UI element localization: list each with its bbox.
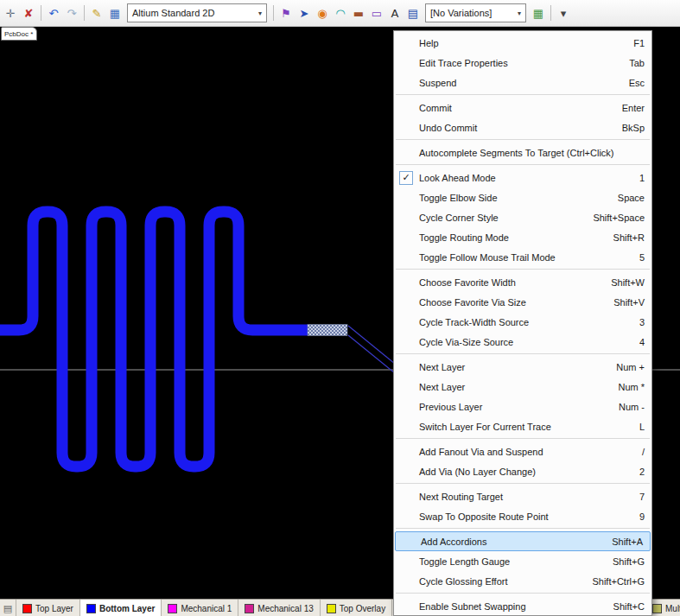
layer-color-swatch [245, 604, 254, 613]
menu-item-shortcut: / [632, 447, 645, 457]
toolbar-separator [550, 5, 551, 21]
layers-icon[interactable]: ▦ [106, 4, 124, 22]
layer-tab-top-layer[interactable]: Top Layer [16, 600, 80, 616]
layer-tab-label: Mechanical 1 [181, 604, 232, 613]
via-icon[interactable]: ◉ [314, 4, 331, 22]
redo-icon[interactable]: ↷ [63, 4, 80, 22]
menu-item-commit[interactable]: CommitEnter [394, 98, 651, 117]
menu-item-label: Cycle Track-Width Source [415, 317, 629, 327]
menu-separator [396, 483, 650, 484]
menu-item-suspend[interactable]: SuspendEsc [394, 73, 651, 92]
crosshair-icon[interactable]: ✛ [2, 4, 19, 22]
menu-item-add-accordions[interactable]: Add AccordionsShift+A [395, 531, 651, 551]
view-mode-combo[interactable]: Altium Standard 2D▾ [127, 3, 267, 22]
interactive-route-icon[interactable]: ➤ [296, 4, 313, 22]
menu-item-cycle-glossing-effort[interactable]: Cycle Glossing EffortShift+Ctrl+G [394, 571, 651, 591]
menu-item-toggle-follow-mouse-trail-mode[interactable]: Toggle Follow Mouse Trail Mode5 [394, 247, 651, 267]
menu-item-choose-favorite-via-size[interactable]: Choose Favorite Via SizeShift+V [394, 292, 651, 312]
chevron-down-icon[interactable]: ▾ [258, 10, 262, 17]
text-tool-icon[interactable]: A [386, 4, 404, 22]
clear-filter-icon[interactable]: ✘ [20, 4, 37, 22]
layer-color-swatch [86, 604, 96, 613]
toolbar: ✛✘↶↷✎▦Altium Standard 2D▾⚑➤◉◠▬▭A▤[No Var… [0, 0, 680, 27]
menu-item-shortcut: Shift+C [603, 601, 645, 612]
menu-separator [396, 438, 650, 439]
menu-item-label: Choose Favorite Width [415, 277, 601, 288]
release-flag-icon[interactable]: ⚑ [277, 4, 295, 22]
menu-separator [396, 139, 650, 140]
menu-item-toggle-routing-mode[interactable]: Toggle Routing ModeShift+R [394, 227, 651, 247]
layer-tab-top-overlay[interactable]: Top Overlay [321, 600, 392, 616]
layer-color-swatch [22, 604, 32, 613]
undo-icon[interactable]: ↶ [45, 4, 62, 22]
board-icon[interactable]: ▦ [530, 4, 547, 22]
menu-item-next-layer[interactable]: Next LayerNum * [394, 377, 651, 397]
lookahead-line [348, 335, 399, 377]
menu-item-toggle-length-gauge[interactable]: Toggle Length GaugeShift+G [394, 551, 651, 571]
menu-item-switch-layer-for-current-trace[interactable]: Switch Layer For Current TraceL [394, 416, 651, 436]
menu-item-shortcut: 2 [629, 467, 645, 477]
menu-item-undo-commit[interactable]: Undo CommitBkSp [394, 117, 651, 137]
chevron-down-icon[interactable]: ▾ [518, 10, 521, 17]
pencil-icon[interactable]: ✎ [88, 4, 105, 22]
layer-color-swatch [168, 604, 177, 613]
toolbar-separator [41, 5, 41, 21]
menu-item-shortcut: Num + [606, 362, 645, 372]
menu-item-label: Suspend [415, 78, 619, 88]
layer-tab-bottom-layer[interactable]: Bottom Layer [80, 600, 162, 616]
menu-item-cycle-via-size-source[interactable]: Cycle Via-Size Source4 [394, 332, 651, 352]
menu-item-label: Previous Layer [415, 402, 608, 412]
toolbar-overflow-icon[interactable]: ▾ [555, 4, 572, 22]
menu-item-label: Cycle Corner Style [415, 213, 582, 223]
menu-separator [396, 269, 650, 270]
variations-combo[interactable]: [No Variations]▾ [425, 3, 526, 22]
layer-color-swatch [652, 604, 662, 613]
menu-item-label: Toggle Routing Mode [415, 232, 603, 243]
menu-item-toggle-elbow-side[interactable]: Toggle Elbow SideSpace [394, 187, 651, 207]
menu-item-label: Add Fanout Via and Suspend [415, 447, 632, 457]
menu-item-label: Next Layer [415, 362, 606, 372]
menu-item-choose-favorite-width[interactable]: Choose Favorite WidthShift+W [394, 272, 651, 292]
menu-item-add-fanout-via-and-suspend[interactable]: Add Fanout Via and Suspend/ [394, 441, 651, 461]
pad-icon[interactable]: ▤ [404, 4, 422, 22]
active-trace-segment[interactable] [308, 325, 347, 336]
menu-item-shortcut: L [629, 422, 645, 432]
layer-tab-label: Multilayer [665, 604, 680, 613]
accordion-trace[interactable] [0, 212, 308, 467]
menu-item-label: Toggle Elbow Side [415, 193, 607, 203]
menu-item-shortcut: Shift+G [602, 556, 645, 567]
toolbar-separator [273, 5, 274, 21]
layer-tab-mechanical-13[interactable]: Mechanical 13 [238, 600, 320, 616]
menu-item-shortcut: 9 [629, 511, 645, 522]
menu-item-shortcut: 4 [629, 337, 645, 347]
fill-icon[interactable]: ▬ [350, 4, 367, 22]
layer-color-swatch [327, 604, 336, 613]
menu-item-shortcut: Num - [608, 402, 645, 412]
menu-item-shortcut: 3 [629, 317, 645, 327]
menu-item-enable-subnet-swapping[interactable]: Enable Subnet SwappingShift+C [394, 596, 651, 616]
menu-item-cycle-corner-style[interactable]: Cycle Corner StyleShift+Space [394, 207, 651, 227]
menu-item-swap-to-opposite-route-point[interactable]: Swap To Opposite Route Point9 [394, 506, 651, 526]
menu-item-shortcut: Shift+W [601, 277, 645, 288]
menu-item-shortcut: BkSp [612, 123, 645, 133]
menu-item-previous-layer[interactable]: Previous LayerNum - [394, 397, 651, 416]
menu-item-edit-trace-properties[interactable]: Edit Trace PropertiesTab [394, 53, 651, 73]
menu-item-add-via-no-layer-change[interactable]: Add Via (No Layer Change)2 [394, 461, 651, 481]
menu-item-shortcut: Esc [619, 78, 645, 88]
room-icon[interactable]: ▭ [368, 4, 385, 22]
menu-item-cycle-track-width-source[interactable]: Cycle Track-Width Source3 [394, 312, 651, 332]
menu-item-next-layer[interactable]: Next LayerNum + [394, 357, 651, 377]
menu-item-shortcut: 5 [629, 252, 645, 263]
view-mode-combo-value: Altium Standard 2D [132, 8, 214, 18]
layer-tab-mechanical-1[interactable]: Mechanical 1 [162, 600, 238, 616]
document-tab[interactable]: PcbDoc * [1, 27, 37, 41]
menu-item-next-routing-target[interactable]: Next Routing Target7 [394, 486, 651, 506]
menu-item-autocomplete-segments-to-target-ctrl-click[interactable]: Autocomplete Segments To Target (Ctrl+Cl… [394, 143, 651, 162]
arc-icon[interactable]: ◠ [332, 4, 349, 22]
menu-item-label: Look Ahead Mode [415, 173, 629, 183]
layer-tabs-home-icon[interactable]: ▤ [0, 600, 16, 616]
menu-item-look-ahead-mode[interactable]: ✓Look Ahead Mode1 [394, 168, 651, 187]
menu-item-help[interactable]: HelpF1 [394, 33, 651, 53]
menu-item-label: Switch Layer For Current Trace [415, 422, 629, 432]
menu-item-shortcut: Shift+R [603, 232, 645, 243]
